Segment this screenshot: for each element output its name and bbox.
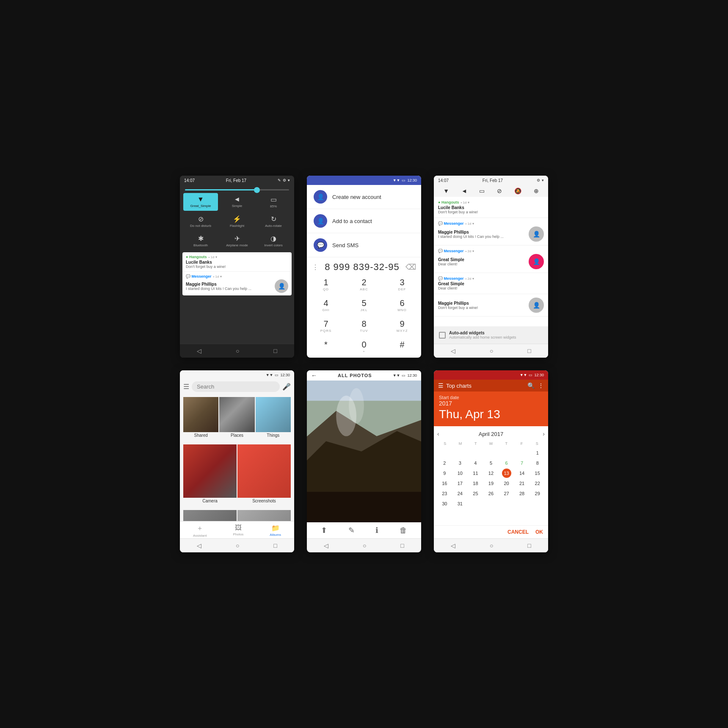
cancel-button[interactable]: CANCEL [507,529,529,535]
search-input[interactable] [197,383,275,390]
album-misc2[interactable] [237,510,291,521]
tile-autorotate[interactable]: ↻ Auto-rotate [256,212,291,230]
cal-day-11[interactable]: 11 [471,469,480,478]
edit-action[interactable]: ✎ [348,526,355,535]
cal-day-27[interactable]: 27 [502,489,511,498]
dnd-qs[interactable]: ⊘ [497,188,502,194]
cal-day-30[interactable]: 30 [440,499,449,508]
create-account-option[interactable]: 👤 Create new account [307,185,421,209]
more-icon-cal[interactable]: ⋮ [538,382,544,389]
expand-icon[interactable]: ▾ [288,178,290,182]
cal-day-22[interactable]: 22 [533,479,542,488]
tile-invert[interactable]: ◑ Invert colors [256,232,291,250]
mic-icon[interactable]: 🎤 [282,383,291,391]
notif-list-maggie-2[interactable]: Maggie Phillips Don't forget buy a wine!… [434,294,548,317]
home-button-3[interactable]: ○ [490,347,493,354]
album-screenshots[interactable]: Screenshots [237,444,291,506]
search-icon-cal[interactable]: 🔍 [527,382,535,389]
edit-icon[interactable]: ✎ [278,178,281,182]
back-button-6[interactable]: ◁ [451,542,455,549]
tile-dnd[interactable]: ⊘ Do not disturb [183,212,218,230]
home-button[interactable]: ○ [236,347,239,354]
album-misc1[interactable] [183,510,237,521]
tile-flashlight[interactable]: ⚡ Flashlight [220,212,254,230]
cal-day-13[interactable]: 13 [502,469,511,478]
settings-icon[interactable]: ⚙ [283,178,286,182]
cal-day-25[interactable]: 25 [471,489,480,498]
nav-photos[interactable]: 🖼 Photos [233,524,243,538]
tile-wifi[interactable]: ▼ Great_Simple [183,193,218,211]
notif-list-messenger-1[interactable]: 💬 Messenger • 1d ▾ Maggie Phillips I sta… [434,218,548,245]
recent-button-3[interactable]: □ [527,347,531,354]
delete-button[interactable]: ⌫ [405,262,416,272]
album-shared[interactable]: Shared [183,397,218,440]
cal-day-10[interactable]: 10 [455,469,465,478]
back-button-4[interactable]: ◁ [197,542,201,549]
send-sms-option[interactable]: 💬 Send SMS [307,233,421,257]
next-month-button[interactable]: › [543,430,545,437]
key-7[interactable]: 7PQRS [307,316,345,336]
album-places[interactable]: Places [219,397,254,440]
key-star[interactable]: * [307,336,345,357]
cal-day-17[interactable]: 17 [455,479,465,488]
hamburger-cal[interactable]: ☰ [438,382,444,389]
key-4[interactable]: 4GHI [307,295,345,316]
more-options-icon[interactable]: ⋮ [312,263,319,271]
home-button-5[interactable]: ○ [363,542,366,549]
cal-day-20[interactable]: 20 [502,479,511,488]
tile-signal[interactable]: ◄ Simple [220,193,254,211]
recent-button[interactable]: □ [273,347,277,354]
cal-day-7[interactable]: 7 [517,458,527,468]
cal-day-9[interactable]: 9 [440,469,449,478]
cal-day-29[interactable]: 29 [533,489,542,498]
cal-day-2[interactable]: 2 [440,458,449,468]
cal-day-15[interactable]: 15 [533,469,542,478]
cal-day-23[interactable]: 23 [440,489,449,498]
key-hash[interactable]: # [383,336,421,357]
cal-day-18[interactable]: 18 [471,479,480,488]
tile-bluetooth[interactable]: ✱ Bluetooth [183,232,218,250]
key-3[interactable]: 3DEF [383,274,421,295]
back-button-5[interactable]: ◁ [324,542,328,549]
gear-icon-3[interactable]: ⚙ [537,178,540,182]
prev-month-button[interactable]: ‹ [437,430,439,437]
album-things[interactable]: Things [256,397,291,440]
cal-day-4[interactable]: 4 [471,458,480,468]
album-camera[interactable]: Camera [183,444,237,506]
location-qs[interactable]: ⊕ [534,188,539,194]
cal-day-12[interactable]: 12 [486,469,496,478]
key-0[interactable]: 0+ [345,336,383,357]
tile-airplane[interactable]: ✈ Airplane mode [220,232,254,250]
hamburger-icon[interactable]: ☰ [183,383,189,391]
home-button-4[interactable]: ○ [236,542,239,549]
back-button-3[interactable]: ◁ [451,347,455,354]
cal-day-3[interactable]: 3 [455,458,465,468]
key-2[interactable]: 2ABC [345,274,383,295]
expand-icon-3[interactable]: ▾ [542,178,544,182]
share-action[interactable]: ⬆ [321,526,327,535]
cal-day-31[interactable]: 31 [455,499,465,508]
mute-qs[interactable]: 🔕 [514,188,521,194]
cal-day-16[interactable]: 16 [440,479,449,488]
notif-list-messenger-3[interactable]: 💬 Messenger • 2d ▾ Great Simple Dear cli… [434,273,548,294]
recent-button-6[interactable]: □ [527,542,531,549]
brightness-thumb[interactable] [254,187,260,193]
key-1[interactable]: 1QD [307,274,345,295]
key-9[interactable]: 9WXYZ [383,316,421,336]
key-6[interactable]: 6MNO [383,295,421,316]
signal-qs[interactable]: ◄ [461,188,467,194]
recent-button-4[interactable]: □ [273,542,277,549]
notif-messenger[interactable]: 💬 Messenger • 1d ▾ Maggie Phillips I sta… [182,272,292,295]
recent-button-5[interactable]: □ [400,542,404,549]
add-contact-option[interactable]: 👤 Add to a contact [307,209,421,233]
cal-day-19[interactable]: 19 [486,479,496,488]
notif-list-messenger-2[interactable]: 💬 Messenger • 2d ▾ Great Simple Dear cli… [434,245,548,273]
key-8[interactable]: 8TUV [345,316,383,336]
notif-list-hangouts[interactable]: ● Hangouts • 1d ▾ Lucile Banks Don't for… [434,197,548,218]
wifi-qs[interactable]: ▼ [443,188,449,194]
notif-hangouts[interactable]: ● Hangouts • 1d ▾ Lucile Banks Don't for… [182,252,292,272]
cal-day-26[interactable]: 26 [486,489,496,498]
battery-qs[interactable]: ▭ [479,188,485,194]
back-arrow-5[interactable]: ← [311,372,317,379]
back-button[interactable]: ◁ [197,347,201,354]
